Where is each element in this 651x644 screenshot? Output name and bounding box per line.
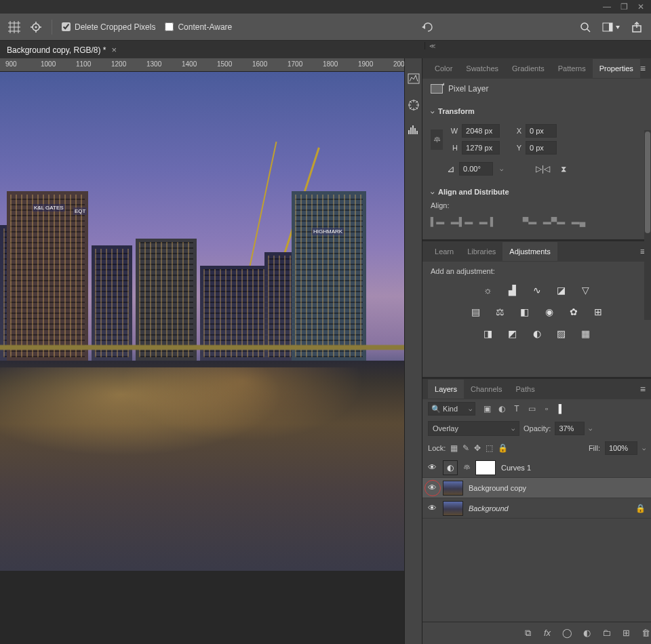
- delete-cropped-input[interactable]: [62, 22, 71, 31]
- document-tab[interactable]: Background copy, RGB/8) * ×: [0, 41, 123, 58]
- filter-kind-select[interactable]: 🔍 Kind⌵: [428, 402, 475, 416]
- filter-pixel-icon[interactable]: ▣: [482, 404, 492, 414]
- search-icon[interactable]: [579, 21, 591, 33]
- channel-mixer-icon[interactable]: ✿: [566, 305, 581, 319]
- height-input[interactable]: [462, 141, 500, 155]
- photo-filter-icon[interactable]: ◉: [542, 305, 557, 319]
- flip-vertical-icon[interactable]: ⧗: [561, 164, 566, 174]
- lock-all-icon[interactable]: 🔒: [498, 443, 508, 453]
- lock-artboard-icon[interactable]: ⬚: [486, 443, 493, 453]
- layer-thumbnail[interactable]: [443, 501, 463, 516]
- link-icon[interactable]: 𐄷: [431, 129, 443, 150]
- invert-icon[interactable]: ◨: [481, 327, 496, 340]
- layer-name[interactable]: Background: [469, 504, 630, 512]
- close-button[interactable]: ✕: [637, 2, 644, 12]
- align-center-v-icon[interactable]: ▬▀▬: [547, 215, 561, 228]
- lock-transparent-icon[interactable]: ▦: [450, 443, 458, 453]
- width-input[interactable]: [462, 124, 500, 138]
- gear-icon[interactable]: [30, 21, 42, 33]
- tab-gradients[interactable]: Gradients: [505, 59, 551, 78]
- new-group-icon[interactable]: 🗀: [601, 628, 612, 639]
- y-input[interactable]: [526, 141, 557, 155]
- tab-properties[interactable]: Properties: [593, 59, 640, 78]
- new-layer-icon[interactable]: ⊞: [620, 628, 631, 639]
- opacity-input[interactable]: [555, 422, 585, 435]
- layer-style-icon[interactable]: fx: [542, 628, 553, 639]
- minimize-button[interactable]: —: [603, 2, 611, 12]
- exposure-icon[interactable]: ◪: [554, 283, 569, 297]
- tab-swatches[interactable]: Swatches: [459, 59, 505, 78]
- posterize-icon[interactable]: ◩: [505, 327, 520, 340]
- tab-libraries[interactable]: Libraries: [460, 242, 502, 261]
- selective-color-icon[interactable]: ▦: [578, 327, 593, 340]
- layer-name[interactable]: Curves 1: [501, 464, 646, 472]
- close-icon[interactable]: ×: [112, 45, 117, 55]
- image-canvas[interactable]: K&L GATES EQT HIGHMARK: [0, 72, 404, 571]
- angle-input[interactable]: [459, 162, 493, 176]
- align-bottom-icon[interactable]: ▬▄: [572, 215, 585, 228]
- visibility-icon[interactable]: 👁: [428, 462, 437, 472]
- scrollbar-track[interactable]: [644, 130, 651, 320]
- reset-icon[interactable]: [422, 21, 434, 33]
- layer-mask-icon[interactable]: ◯: [561, 628, 572, 639]
- navigator-icon[interactable]: [408, 99, 420, 111]
- align-right-icon[interactable]: ▬▐: [479, 215, 493, 228]
- workspace-icon[interactable]: [601, 21, 621, 33]
- lock-position-icon[interactable]: ✥: [474, 443, 481, 453]
- ruler-horizontal[interactable]: 900 1000 1100 1200 1300 1400 1500 1600 1…: [0, 58, 404, 72]
- tab-adjustments[interactable]: Adjustments: [502, 242, 557, 261]
- scrollbar-thumb[interactable]: [645, 132, 650, 233]
- opacity-dropdown-icon[interactable]: ⌵: [589, 425, 592, 432]
- layer-name[interactable]: Background copy: [469, 484, 646, 492]
- blend-mode-select[interactable]: Overlay⌵: [428, 421, 519, 436]
- hue-sat-icon[interactable]: ▤: [469, 305, 484, 319]
- x-input[interactable]: [526, 124, 557, 138]
- filter-shape-icon[interactable]: ▭: [527, 404, 536, 414]
- brightness-icon[interactable]: ☼: [481, 283, 496, 297]
- restore-button[interactable]: ❐: [620, 2, 628, 12]
- visibility-icon[interactable]: 👁: [428, 483, 437, 493]
- visibility-icon[interactable]: 👁: [428, 503, 437, 513]
- layer-thumbnail[interactable]: [443, 481, 463, 496]
- gradient-map-icon[interactable]: ▨: [554, 327, 569, 340]
- lock-image-icon[interactable]: ✎: [462, 443, 469, 453]
- align-center-h-icon[interactable]: ▬▌▬: [455, 215, 469, 228]
- align-section-header[interactable]: ⌵ Align and Distribute: [431, 188, 643, 196]
- filter-adjustment-icon[interactable]: ◐: [497, 404, 507, 414]
- panel-menu-icon[interactable]: ≡: [640, 384, 646, 395]
- align-left-icon[interactable]: ▌▬: [431, 215, 444, 228]
- link-layers-icon[interactable]: ⧉: [522, 628, 533, 639]
- angle-dropdown-icon[interactable]: ⌵: [497, 165, 506, 172]
- tab-color[interactable]: Color: [428, 59, 459, 78]
- transform-section-header[interactable]: ⌵ Transform: [431, 107, 643, 115]
- fill-input[interactable]: [605, 441, 637, 455]
- panel-menu-icon[interactable]: ≡: [640, 63, 646, 74]
- color-balance-icon[interactable]: ⚖: [493, 305, 508, 319]
- black-white-icon[interactable]: ◧: [517, 305, 532, 319]
- delete-cropped-checkbox[interactable]: Delete Cropped Pixels: [62, 22, 155, 32]
- color-lookup-icon[interactable]: ⊞: [591, 305, 606, 319]
- delete-layer-icon[interactable]: 🗑: [640, 628, 651, 639]
- filter-type-icon[interactable]: T: [512, 404, 521, 414]
- layer-row-curves[interactable]: 👁 ◐ 𐄷 Curves 1: [422, 458, 651, 478]
- filter-toggle-icon[interactable]: ▌: [557, 404, 566, 414]
- tab-patterns[interactable]: Patterns: [551, 59, 593, 78]
- share-icon[interactable]: [631, 21, 643, 33]
- tab-channels[interactable]: Channels: [464, 380, 509, 399]
- flip-horizontal-icon[interactable]: ▷|◁: [536, 164, 550, 174]
- tab-paths[interactable]: Paths: [509, 380, 542, 399]
- levels-icon[interactable]: ▟: [505, 283, 520, 297]
- histogram-icon[interactable]: [408, 73, 420, 85]
- crop-grid-icon[interactable]: [8, 21, 20, 33]
- filter-smart-icon[interactable]: ▫: [542, 404, 551, 414]
- vibrance-icon[interactable]: ▽: [578, 283, 593, 297]
- align-top-icon[interactable]: ▀▬: [523, 215, 536, 228]
- fill-dropdown-icon[interactable]: ⌵: [642, 445, 646, 451]
- content-aware-input[interactable]: [165, 22, 174, 31]
- content-aware-checkbox[interactable]: Content-Aware: [165, 22, 232, 32]
- layer-row-background-copy[interactable]: 👁 Background copy: [422, 478, 651, 498]
- threshold-icon[interactable]: ◐: [530, 327, 545, 340]
- tab-layers[interactable]: Layers: [428, 380, 464, 399]
- histogram-panel-icon[interactable]: [408, 125, 420, 137]
- new-adjustment-icon[interactable]: ◐: [581, 628, 592, 639]
